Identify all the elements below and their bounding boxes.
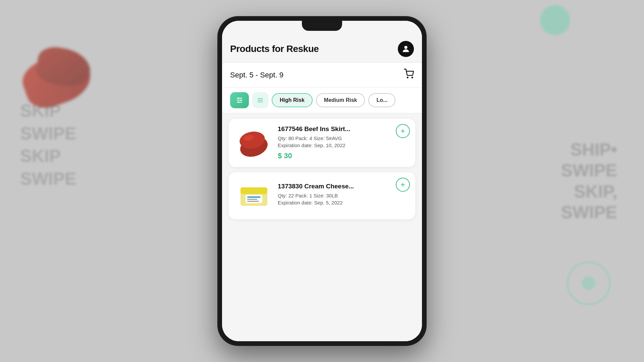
svg-point-0 [404, 46, 407, 49]
background-circle-bottom-right [567, 261, 610, 305]
svg-rect-19 [247, 199, 257, 200]
product-image-cream-cheese [235, 179, 272, 213]
product-card: 1373830 Cream Cheese... Qty: 22 Pack: 1 … [229, 172, 415, 219]
product-image-beef [235, 126, 272, 160]
filter-high-risk[interactable]: High Risk [272, 93, 313, 107]
product-price: $ 30 [278, 152, 409, 160]
add-product-button[interactable]: + [396, 124, 410, 138]
product-info-beef: 1677546 Beef Ins Skirt... Qty: 80 Pack: … [278, 125, 409, 160]
filter-medium-risk[interactable]: Medium Risk [316, 93, 365, 107]
user-avatar[interactable] [398, 41, 414, 57]
products-list: 1677546 Beef Ins Skirt... Qty: 80 Pack: … [222, 113, 422, 341]
svg-rect-18 [247, 196, 261, 198]
filter-list-button[interactable] [252, 92, 268, 108]
background-text-left: SKIPSWIPESKIPSWIPE [20, 100, 76, 190]
svg-point-8 [238, 102, 239, 103]
product-details: Qty: 22 Pack: 1 Size: 30LB [278, 193, 409, 198]
cart-icon[interactable] [404, 69, 414, 81]
app-header: Products for Reskue [222, 38, 422, 63]
product-info-cream-cheese: 1373830 Cream Cheese... Qty: 22 Pack: 1 … [278, 183, 409, 209]
product-card: 1677546 Beef Ins Skirt... Qty: 80 Pack: … [229, 119, 415, 167]
product-expiry: Expiration date: Sep. 5, 2022 [278, 200, 409, 205]
svg-rect-16 [240, 187, 267, 194]
notch-area [222, 21, 422, 38]
svg-point-1 [407, 77, 408, 78]
background-circle-top-right [540, 5, 570, 35]
product-name: 1677546 Beef Ins Skirt... [278, 125, 409, 133]
svg-rect-20 [247, 201, 259, 202]
phone-frame: Products for Reskue Sept. 5 - Sept. 9 [218, 17, 426, 345]
product-expiry: Expiration date: Sep. 10, 2022 [278, 142, 409, 148]
date-bar: Sept. 5 - Sept. 9 [222, 63, 422, 87]
phone-notch [302, 21, 342, 31]
phone-screen: Products for Reskue Sept. 5 - Sept. 9 [222, 21, 422, 341]
product-details: Qty: 80 Pack: 4 Size: 5#AVG [278, 135, 409, 141]
background-circle-inner [582, 277, 595, 290]
date-range: Sept. 5 - Sept. 9 [230, 71, 283, 79]
page-title: Products for Reskue [230, 44, 319, 54]
svg-point-2 [412, 77, 413, 78]
filter-low-risk[interactable]: Lo... [368, 93, 395, 107]
background-text-right: SHIP•SWIPESKIP,SWIPE [561, 139, 617, 223]
filter-sliders-button[interactable] [230, 92, 249, 108]
svg-point-7 [240, 100, 241, 101]
filter-bar: High Risk Medium Risk Lo... [222, 87, 422, 113]
product-name: 1373830 Cream Cheese... [278, 183, 409, 190]
add-product-button[interactable]: + [396, 178, 410, 192]
svg-point-6 [237, 98, 239, 99]
